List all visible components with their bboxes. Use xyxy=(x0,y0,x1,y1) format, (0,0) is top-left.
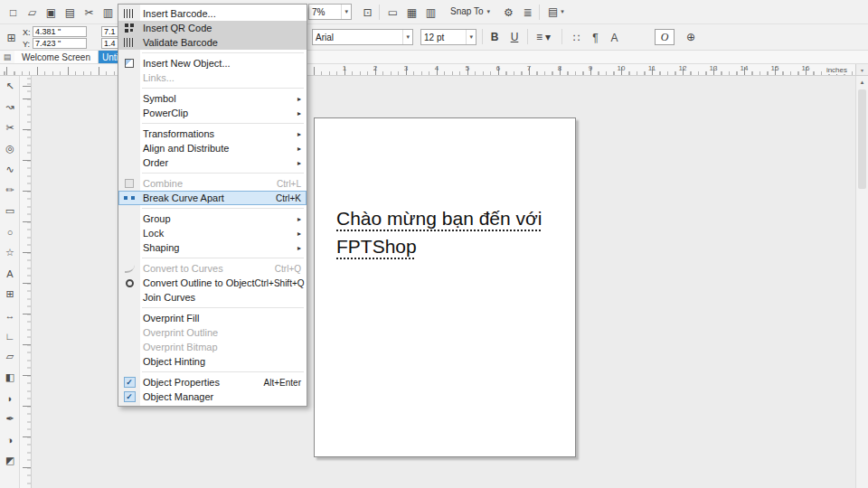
toolbar-dropdown-button[interactable]: ▤ ▾ xyxy=(544,3,568,20)
connector-tool[interactable]: ∟ xyxy=(0,325,20,346)
add-icon[interactable]: ⊕ xyxy=(682,29,700,45)
table-tool[interactable]: ⊞ xyxy=(0,284,20,305)
rectangle-tool[interactable]: ▭ xyxy=(0,201,20,221)
toolbox: ↖↝✂◎∿✏▭○☆A⊞↔∟▱◧◗✒◑◩ xyxy=(0,76,20,488)
menu-item-insert-qr-code[interactable]: Insert QR Code xyxy=(118,21,307,35)
zoom-tool[interactable]: ◎ xyxy=(0,138,20,159)
show-grid-icon[interactable]: ▦ xyxy=(402,3,421,22)
dimension-tool[interactable]: ↔ xyxy=(0,305,20,325)
color-eyedropper-tool-icon: ◗ xyxy=(7,393,14,404)
scrollbar-thumb[interactable] xyxy=(858,89,866,189)
print-icon[interactable]: ▤ xyxy=(61,3,80,22)
bulleted-list-icon[interactable]: ∷ xyxy=(567,28,586,47)
freehand-tool-icon: ∿ xyxy=(5,164,14,175)
menu-item-powerclip[interactable]: PowerClip▸ xyxy=(118,106,307,120)
menu-item-overprint-fill[interactable]: Overprint Fill xyxy=(118,311,307,325)
vertical-ruler[interactable] xyxy=(20,76,32,488)
menu-separator xyxy=(142,173,304,174)
menu-item-object-manager[interactable]: ✓Object Manager xyxy=(118,389,307,404)
options-icon[interactable]: ⚙ xyxy=(499,3,518,22)
scroll-up-icon[interactable]: ▴ xyxy=(856,76,868,88)
snap-to-button[interactable]: Snap To ▾ xyxy=(445,3,495,20)
cut-icon[interactable]: ✂ xyxy=(80,3,99,22)
menu-item-gutter xyxy=(118,311,140,325)
ruler-unit-label: inches xyxy=(824,66,850,74)
shape-tool[interactable]: ↝ xyxy=(0,97,20,117)
new-document-icon[interactable]: □ xyxy=(4,3,23,22)
menu-item-gutter xyxy=(118,91,140,106)
vertical-scrollbar[interactable]: ▴ xyxy=(855,76,868,488)
tab-welcome-screen[interactable]: Welcome Screen xyxy=(14,51,99,63)
text-alignment-button[interactable]: ≡ ▾ xyxy=(533,29,554,45)
document-page[interactable] xyxy=(314,117,576,457)
crop-tool[interactable]: ✂ xyxy=(0,117,20,138)
tocurves-icon xyxy=(125,265,135,273)
fill-tool[interactable]: ◑ xyxy=(0,429,20,450)
interactive-fill-tool[interactable]: ◩ xyxy=(0,450,20,471)
drop-shadow-tool-icon: ▱ xyxy=(6,351,14,362)
pick-tool[interactable]: ↖ xyxy=(0,76,20,97)
pick-tool-icon: ↖ xyxy=(5,80,14,92)
menu-item-symbol[interactable]: Symbol▸ xyxy=(118,91,307,106)
text-line-2: FPTShop xyxy=(336,236,417,257)
ruler-options-button[interactable]: ▾ xyxy=(855,64,868,76)
menu-item-convert-outline-to-object[interactable]: Convert Outline to ObjectCtrl+Shift+Q xyxy=(118,276,307,290)
menu-item-gutter xyxy=(118,261,140,276)
menu-item-align-and-distribute[interactable]: Align and Distribute▸ xyxy=(118,141,307,155)
artistic-media-tool[interactable]: ✏ xyxy=(0,180,20,201)
menu-item-object-hinting[interactable]: Object Hinting xyxy=(118,354,307,369)
menu-item-label: Overprint Bitmap xyxy=(140,342,218,352)
fullscreen-preview-icon[interactable]: ⊡ xyxy=(358,3,377,22)
outline-pen-tool-icon: ✒ xyxy=(5,413,14,425)
zoom-level-combo[interactable]: 7% ▾ xyxy=(308,4,352,20)
menu-item-gutter xyxy=(118,226,140,240)
menu-item-insert-barcode[interactable]: Insert Barcode... xyxy=(118,6,307,21)
drop-shadow-tool[interactable]: ▱ xyxy=(0,346,20,367)
color-eyedropper-tool[interactable]: ◗ xyxy=(0,388,20,408)
outline-pen-tool[interactable]: ✒ xyxy=(0,408,20,429)
underline-button[interactable]: U xyxy=(505,29,524,45)
ruler-number: 10 xyxy=(618,64,626,72)
interactive-opentype-button[interactable]: O xyxy=(655,29,675,45)
table-tool-icon: ⊞ xyxy=(5,288,14,300)
menu-item-group[interactable]: Group▸ xyxy=(118,211,307,226)
menu-item-join-curves[interactable]: Join Curves xyxy=(118,290,307,305)
edit-text-icon[interactable]: A xyxy=(605,28,624,47)
font-family-combo[interactable]: Arial ▾ xyxy=(312,29,413,45)
x-position-field[interactable] xyxy=(33,26,87,37)
zoom-tool-icon: ◎ xyxy=(5,143,14,155)
show-rulers-icon[interactable]: ▭ xyxy=(383,3,402,22)
menu-item-insert-new-object[interactable]: Insert New Object... xyxy=(118,56,307,70)
freehand-tool[interactable]: ∿ xyxy=(0,159,20,180)
submenu-arrow-icon: ▸ xyxy=(297,145,301,153)
menu-item-lock[interactable]: Lock▸ xyxy=(118,226,307,240)
menu-item-break-curve-apart[interactable]: Break Curve ApartCtrl+K xyxy=(118,191,307,205)
menu-item-shaping[interactable]: Shaping▸ xyxy=(118,240,307,255)
ruler-number: 7 xyxy=(527,64,531,72)
workspace-icon: ▤ xyxy=(548,5,558,18)
bold-button[interactable]: B xyxy=(486,29,504,45)
font-size-combo[interactable]: 12 pt ▾ xyxy=(420,29,476,45)
text-line-1: Chào mừng bạn đến với xyxy=(336,208,542,229)
menu-item-validate-barcode[interactable]: Validate Barcode xyxy=(118,35,307,50)
transparency-tool[interactable]: ◧ xyxy=(0,367,20,388)
copy-icon[interactable]: ▥ xyxy=(99,3,118,22)
save-icon[interactable]: ▣ xyxy=(42,3,61,22)
show-guidelines-icon[interactable]: ▥ xyxy=(421,3,440,22)
shape-tool-icon: ↝ xyxy=(5,101,14,113)
open-icon[interactable]: ▱ xyxy=(23,3,42,22)
menu-item-label: Object Manager xyxy=(140,391,213,402)
artistic-text-object[interactable]: Chào mừng bạn đến với FPTShop xyxy=(336,204,573,260)
menu-item-label: Lock xyxy=(140,228,164,239)
text-tool[interactable]: A xyxy=(0,263,20,284)
menu-separator xyxy=(142,123,304,124)
drop-cap-icon[interactable]: ¶ xyxy=(586,28,605,47)
application-launcher-icon[interactable]: ≣ xyxy=(518,3,537,22)
y-position-field[interactable] xyxy=(33,38,87,49)
menu-item-order[interactable]: Order▸ xyxy=(118,155,307,170)
outlineobj-icon xyxy=(126,279,134,287)
ellipse-tool[interactable]: ○ xyxy=(0,221,20,242)
polygon-tool[interactable]: ☆ xyxy=(0,242,20,263)
menu-item-transformations[interactable]: Transformations▸ xyxy=(118,127,307,141)
menu-item-object-properties[interactable]: ✓Object PropertiesAlt+Enter xyxy=(118,375,307,389)
